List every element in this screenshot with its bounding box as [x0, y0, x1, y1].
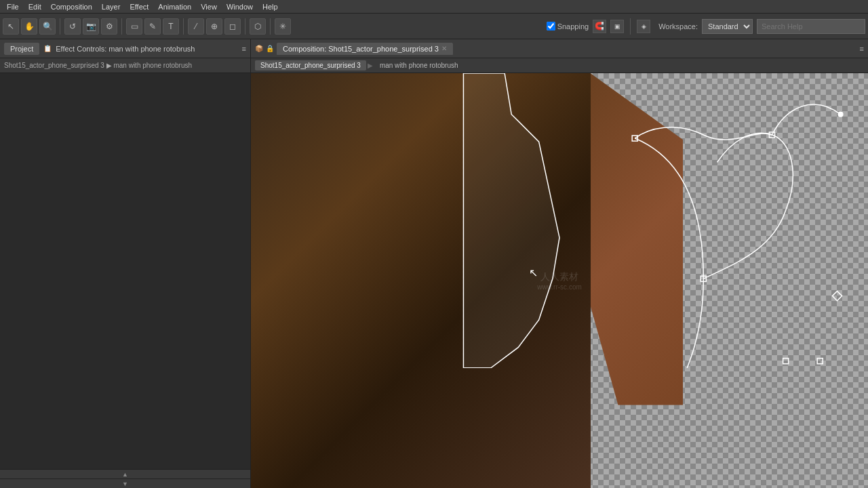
roto-tool[interactable]: ⬡ — [250, 18, 266, 35]
tool-sep-2 — [121, 18, 122, 35]
comp-header: 📦 🔒 Composition: Shot15_actor_phone_surp… — [251, 39, 868, 58]
eraser-tool[interactable]: ◻ — [224, 18, 241, 35]
project-panel-content — [0, 73, 250, 469]
toolbar-right: Snapping 🧲 ▣ ◈ Workspace: Standard — [547, 18, 865, 35]
menu-file[interactable]: File — [3, 1, 23, 12]
snapping-icon[interactable]: 🧲 — [593, 20, 606, 33]
camera-tool[interactable]: 📷 — [83, 18, 99, 35]
menu-help[interactable]: Help — [258, 1, 282, 12]
tool-sep-4 — [245, 18, 245, 35]
rotate-tool[interactable]: ↺ — [64, 18, 81, 35]
left-panel: Project 📋 Effect Controls: man with phon… — [0, 39, 251, 488]
svg-rect-8 — [817, 359, 823, 364]
menu-effect[interactable]: Effect — [125, 1, 153, 12]
mask-svg — [251, 73, 868, 368]
settings-tool[interactable]: ⚙ — [101, 18, 117, 35]
extra-btn-2[interactable]: ◈ — [637, 20, 650, 33]
menu-view[interactable]: View — [197, 1, 221, 12]
comp-lock-icon: 🔒 — [266, 45, 274, 52]
comp-close-icon[interactable]: ✕ — [441, 45, 447, 52]
scroll-up-arrow[interactable]: ▲ — [0, 469, 250, 479]
breadcrumb: Shot15_actor_phone_surprised 3 ▶ man wit… — [0, 58, 250, 73]
extra-btn-1[interactable]: ▣ — [610, 20, 624, 33]
workspace-label: Workspace: — [658, 22, 698, 30]
puppet-tool[interactable]: ✳ — [275, 18, 291, 35]
toolbar: ↖ ✋ 🔍 ↺ 📷 ⚙ ▭ ✎ T ∕ ⊕ ◻ ⬡ ✳ Snapping 🧲 ▣… — [0, 14, 868, 39]
tab-project[interactable]: Project — [4, 43, 39, 55]
comp-menu-icon[interactable]: ≡ — [860, 45, 864, 53]
snapping-label: Snapping — [557, 22, 589, 30]
zoom-tool[interactable]: 🔍 — [39, 18, 56, 35]
main-layout: Project 📋 Effect Controls: man with phon… — [0, 39, 868, 488]
select-tool[interactable]: ↖ — [3, 18, 19, 35]
stamp-tool[interactable]: ⊕ — [206, 18, 222, 35]
tool-sep-6 — [630, 18, 631, 35]
menu-layer[interactable]: Layer — [98, 1, 125, 12]
menu-window[interactable]: Window — [222, 1, 257, 12]
breadcrumb-text: Shot15_actor_phone_surprised 3 ▶ man wit… — [4, 62, 192, 69]
tool-sep-3 — [183, 18, 184, 35]
comp-tab-main[interactable]: Composition: Shot15_actor_phone_surprise… — [277, 43, 453, 55]
text-tool[interactable]: T — [163, 18, 179, 35]
hand-tool[interactable]: ✋ — [21, 18, 37, 35]
pen-tool[interactable]: ✎ — [144, 18, 161, 35]
effect-controls-icon: 📋 — [43, 45, 52, 52]
sub-tab-1[interactable]: Shot15_actor_phone_surprised 3 — [255, 60, 366, 70]
panel-menu-icon[interactable]: ≡ — [242, 45, 246, 53]
canvas-area[interactable]: ↖ 人人素材 www.rr-sc.com — [251, 73, 868, 488]
center-panel: 📦 🔒 Composition: Shot15_actor_phone_surp… — [251, 39, 868, 488]
comp-icon: 📦 — [255, 45, 263, 52]
sub-tabs: Shot15_actor_phone_surprised 3 ▶ man wit… — [251, 58, 868, 73]
effect-controls-title: Effect Controls: man with phone rotobrus… — [56, 45, 237, 53]
rect-tool[interactable]: ▭ — [126, 18, 142, 35]
comp-viewer: ↖ 人人素材 www.rr-sc.com ⚙ 200% ▼ ⊞ ▣ 00011 … — [251, 73, 868, 488]
menu-animation[interactable]: Animation — [154, 1, 195, 12]
svg-rect-4 — [783, 359, 789, 364]
snapping-checkbox[interactable] — [547, 22, 555, 30]
svg-point-9 — [838, 112, 844, 117]
menu-bar: File Edit Composition Layer Effect Anima… — [0, 0, 868, 14]
menu-composition[interactable]: Composition — [47, 1, 96, 12]
scroll-down-arrow[interactable]: ▼ — [0, 479, 250, 488]
tool-sep-1 — [60, 18, 60, 35]
comp-tab-label: Composition: Shot15_actor_phone_surprise… — [283, 45, 439, 53]
search-help-input[interactable] — [757, 19, 865, 34]
tool-sep-5 — [270, 18, 271, 35]
brush-tool[interactable]: ∕ — [188, 18, 204, 35]
snapping-control: Snapping — [547, 22, 589, 30]
sub-tab-2[interactable]: man with phone rotobrush — [374, 60, 464, 70]
panel-header: Project 📋 Effect Controls: man with phon… — [0, 39, 250, 58]
workspace-select[interactable]: Standard — [702, 19, 753, 34]
menu-edit[interactable]: Edit — [24, 1, 45, 12]
